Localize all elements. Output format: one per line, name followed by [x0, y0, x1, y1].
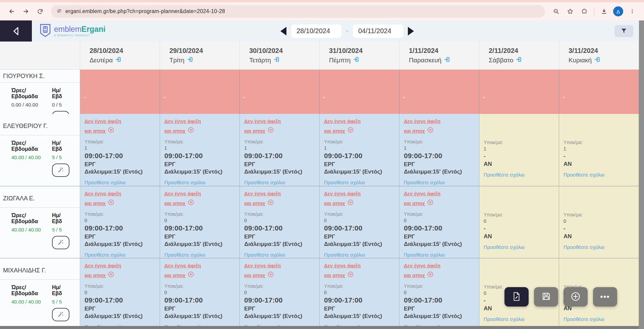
url-text[interactable]: ergani.emblem.gr/be.php?ch=program-plann… [65, 8, 225, 14]
shift-day-cell[interactable]: Δεν έγινε άφιξηκαι αποχΥποκ/μα:009:00-17… [320, 258, 399, 329]
bookmark-star-icon[interactable] [565, 6, 576, 17]
dismiss-alert-icon[interactable] [347, 127, 354, 135]
add-comment-link[interactable]: Προσθέστε σχόλιο [564, 244, 635, 250]
shift-day-cell[interactable]: Δεν έγινε άφιξηκαι αποχΥποκ/μα:009:00-17… [160, 258, 240, 329]
profile-avatar[interactable]: Δ [613, 6, 623, 16]
rest-day-cell[interactable]: Υποκ/μα:1-ΑΝΠροσθέστε σχόλιο [479, 114, 559, 186]
no-arrival-link-2[interactable]: και αποχ [164, 200, 185, 206]
zoom-out-icon[interactable] [550, 6, 562, 17]
no-arrival-link-2[interactable]: και αποχ [244, 200, 265, 206]
dismiss-alert-icon[interactable] [427, 271, 434, 279]
no-arrival-link-2[interactable]: και αποχ [85, 272, 106, 278]
no-arrival-link-2[interactable]: και αποχ [164, 272, 185, 278]
vertical-scrollbar[interactable] [639, 20, 644, 329]
no-arrival-link-2[interactable]: και αποχ [404, 200, 425, 206]
dismiss-alert-icon[interactable] [427, 127, 434, 135]
no-arrival-link-2[interactable]: και αποχ [85, 200, 106, 206]
dismiss-alert-icon[interactable] [267, 199, 274, 207]
no-arrival-link[interactable]: Δεν έγινε άφιξη [85, 263, 121, 268]
add-comment-link[interactable]: Προσθέστε σχόλιο [244, 252, 315, 258]
no-arrival-link-2[interactable]: και αποχ [244, 272, 265, 278]
no-arrival-link-2[interactable]: και αποχ [324, 272, 345, 278]
shift-day-cell[interactable]: Δεν έγινε άφιξηκαι αποχΥποκ/μα:009:00-17… [160, 186, 240, 258]
add-comment-link[interactable]: Προσθέστε σχόλιο [244, 180, 315, 185]
no-arrival-link[interactable]: Δεν έγινε άφιξη [244, 191, 281, 196]
add-button[interactable] [564, 287, 588, 307]
site-settings-icon[interactable] [56, 8, 62, 15]
url-bar[interactable]: ergani.emblem.gr/be.php?ch=program-plann… [51, 5, 545, 18]
goto-day-icon[interactable] [273, 56, 280, 64]
add-comment-link[interactable]: Προσθέστε σχόλιο [404, 180, 475, 185]
shift-day-cell[interactable]: Δεν έγινε άφιξηκαι αποχΥποκ/μα:009:00-17… [240, 258, 320, 329]
shift-day-cell[interactable]: Δεν έγινε άφιξηκαι αποχΥποκ/μα:109:00-17… [399, 114, 479, 186]
dismiss-alert-icon[interactable] [267, 271, 274, 279]
add-comment-link[interactable]: Προσθέστε σχόλιο [85, 180, 156, 185]
no-arrival-link-2[interactable]: και αποχ [404, 128, 425, 134]
add-comment-link[interactable]: Προσθέστε σχόλιο [484, 172, 555, 178]
no-arrival-link-2[interactable]: και αποχ [164, 128, 185, 134]
add-comment-link[interactable]: Προσθέστε σχόλιο [164, 180, 235, 185]
shift-day-cell[interactable]: Δεν έγινε άφιξηκαι αποχΥποκ/μα:009:00-17… [399, 258, 479, 329]
no-arrival-link[interactable]: Δεν έγινε άφιξη [404, 263, 440, 268]
goto-day-icon[interactable] [516, 56, 522, 64]
dismiss-alert-icon[interactable] [187, 199, 194, 207]
horizontal-scrollbar[interactable] [0, 326, 639, 329]
more-button[interactable]: ••• [593, 287, 617, 307]
previous-week-arrow[interactable] [280, 27, 286, 36]
export-pdf-button[interactable] [504, 287, 529, 307]
no-arrival-link[interactable]: Δεν έγινε άφιξη [85, 191, 121, 196]
dismiss-alert-icon[interactable] [108, 271, 114, 279]
add-comment-link[interactable]: Προσθέστε σχόλιο [484, 244, 555, 250]
forward-icon[interactable] [20, 6, 32, 17]
no-arrival-link[interactable]: Δεν έγινε άφιξη [324, 118, 361, 124]
shift-day-cell[interactable]: Δεν έγινε άφιξηκαι αποχΥποκ/μα:009:00-17… [240, 186, 320, 258]
extensions-icon[interactable] [579, 6, 590, 17]
no-arrival-link-2[interactable]: και αποχ [324, 128, 345, 134]
dismiss-alert-icon[interactable] [187, 127, 194, 135]
dismiss-alert-icon[interactable] [267, 127, 274, 135]
rest-day-cell[interactable]: Υποκ/μα:1-ΑΝΠροσθέστε σχόλιο [559, 114, 639, 186]
no-arrival-link-2[interactable]: και αποχ [244, 128, 265, 134]
rest-day-cell[interactable]: Υποκ/μα:0-ΑΝΠροσθέστε σχόλιο [479, 186, 559, 258]
rest-day-cell[interactable]: Υποκ/μα:0-ΑΝΠροσθέστε σχόλιο [559, 186, 639, 258]
save-button[interactable] [534, 287, 558, 307]
no-arrival-link[interactable]: Δεν έγινε άφιξη [85, 118, 121, 124]
shift-day-cell[interactable]: Δεν έγινε άφιξηκαι αποχΥποκ/μα:009:00-17… [80, 186, 160, 258]
shift-day-cell[interactable]: Δεν έγινε άφιξηκαι αποχΥποκ/μα:109:00-17… [320, 114, 399, 186]
reload-icon[interactable] [34, 6, 46, 17]
no-arrival-link[interactable]: Δεν έγινε άφιξη [404, 191, 440, 196]
add-comment-link[interactable]: Προσθέστε σχόλιο [484, 316, 555, 322]
add-comment-link[interactable]: Προσθέστε σχόλιο [85, 252, 156, 258]
add-comment-link[interactable]: Προσθέστε σχόλιο [564, 316, 635, 322]
goto-day-icon[interactable] [115, 56, 121, 64]
add-comment-link[interactable]: Προσθέστε σχόλιο [404, 252, 475, 258]
date-to-input[interactable] [353, 24, 403, 38]
goto-day-icon[interactable] [353, 56, 359, 64]
goto-day-icon[interactable] [594, 56, 600, 64]
auto-schedule-button[interactable] [52, 163, 69, 177]
no-arrival-link[interactable]: Δεν έγινε άφιξη [164, 263, 201, 268]
shift-day-cell[interactable]: Δεν έγινε άφιξηκαι αποχΥποκ/μα:109:00-17… [160, 114, 240, 186]
add-comment-link[interactable]: Προσθέστε σχόλιο [324, 180, 395, 185]
back-icon[interactable] [6, 6, 17, 17]
no-arrival-link[interactable]: Δεν έγινε άφιξη [404, 118, 440, 124]
no-arrival-link-2[interactable]: και αποχ [404, 272, 425, 278]
dismiss-alert-icon[interactable] [108, 127, 114, 135]
menu-kebab-icon[interactable] [627, 6, 638, 17]
app-back-button[interactable] [0, 20, 32, 42]
shift-day-cell[interactable]: Δεν έγινε άφιξηκαι αποχΥποκ/μα:009:00-17… [399, 186, 479, 258]
dismiss-alert-icon[interactable] [347, 271, 354, 279]
no-arrival-link[interactable]: Δεν έγινε άφιξη [324, 263, 361, 268]
downloads-icon[interactable] [598, 6, 610, 17]
filter-button[interactable] [614, 25, 633, 37]
no-arrival-link[interactable]: Δεν έγινε άφιξη [244, 118, 281, 124]
add-comment-link[interactable]: Προσθέστε σχόλιο [164, 252, 235, 258]
shift-day-cell[interactable]: Δεν έγινε άφιξηκαι αποχΥποκ/μα:109:00-17… [80, 114, 160, 186]
dismiss-alert-icon[interactable] [347, 199, 354, 207]
no-arrival-link[interactable]: Δεν έγινε άφιξη [164, 118, 201, 124]
no-arrival-link[interactable]: Δεν έγινε άφιξη [324, 191, 361, 196]
goto-day-icon[interactable] [187, 56, 193, 64]
shift-day-cell[interactable]: Δεν έγινε άφιξηκαι αποχΥποκ/μα:009:00-17… [80, 258, 160, 329]
no-arrival-link-2[interactable]: και αποχ [85, 128, 106, 134]
goto-day-icon[interactable] [444, 56, 450, 64]
